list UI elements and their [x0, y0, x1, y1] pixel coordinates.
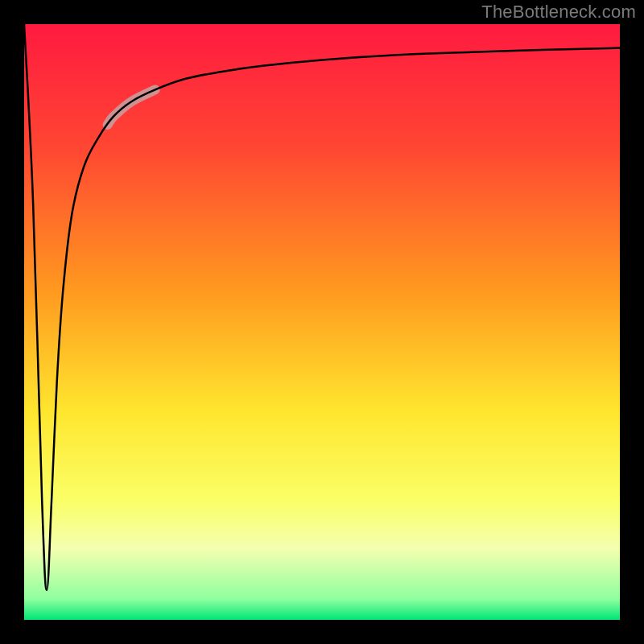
watermark-label: TheBottleneck.com: [481, 2, 636, 23]
bottleneck-chart: [0, 0, 644, 644]
chart-frame: TheBottleneck.com: [0, 0, 644, 644]
